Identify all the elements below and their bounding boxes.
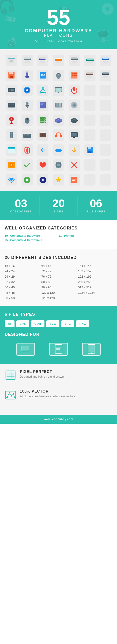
vector-icon (5, 389, 16, 403)
svg-point-91 (11, 118, 13, 120)
svg-rect-3 (10, 61, 13, 62)
svg-point-58 (40, 92, 41, 94)
footer-url: www.iconbunny.com (5, 418, 112, 421)
icon-printer7 (84, 70, 95, 81)
svg-rect-23 (102, 58, 108, 59)
size-value: 96 x 96 (41, 285, 76, 290)
features-section: PIXEL PERFECT Designed and built on a gr… (0, 364, 117, 415)
icon-row-6 (1, 128, 116, 142)
icon-row-9 (1, 172, 116, 188)
svg-rect-69 (9, 104, 10, 105)
svg-point-51 (11, 89, 13, 91)
filetype-badge-ai: AI (5, 320, 15, 327)
svg-line-60 (41, 89, 43, 92)
category-name-1: Computer & Hardware I (10, 234, 41, 238)
svg-rect-48 (102, 72, 108, 74)
svg-rect-158 (72, 179, 76, 180)
svg-rect-66 (57, 93, 60, 93)
device-laptop (16, 343, 35, 356)
svg-rect-19 (87, 61, 93, 62)
icon-printer1 (6, 55, 17, 66)
header-title: COMPUTER HARDWARE (5, 28, 112, 34)
icon-board (6, 100, 17, 111)
svg-rect-67 (73, 87, 75, 91)
svg-point-7 (29, 59, 30, 60)
svg-rect-126 (25, 137, 29, 137)
pixel-perfect-icon (5, 370, 16, 384)
filetype-badge-eps: EPS (16, 320, 29, 327)
filetype-badge-jpg: JPG (61, 320, 74, 327)
svg-point-149 (57, 164, 60, 166)
svg-rect-132 (60, 135, 62, 138)
categories-col-left: 19 · Computer & Hardware I 25 · Computer… (5, 234, 59, 243)
svg-rect-73 (26, 102, 28, 105)
size-value: 76 x 76 (41, 274, 76, 279)
svg-rect-46 (102, 73, 109, 75)
icon-usb (22, 70, 33, 81)
size-value: 58 x 58 (5, 296, 39, 300)
icon-fan (69, 100, 80, 111)
svg-point-101 (44, 120, 45, 121)
size-value: 64 x 64 (41, 264, 76, 268)
size-value: 144 x 144 (78, 264, 112, 268)
svg-rect-166 (56, 348, 60, 349)
stat-categories: 03 CATEGORIES (2, 196, 40, 215)
svg-point-184 (14, 397, 16, 398)
category-name-2: Computer & Hardware II (10, 238, 42, 242)
svg-rect-121 (28, 134, 29, 135)
svg-rect-76 (26, 103, 27, 104)
category-count-2: 25 (5, 238, 8, 242)
svg-rect-6 (24, 58, 30, 59)
sizes-grid: 16 x 1664 x 64144 x 14424 x 2472 x 72152… (5, 264, 112, 300)
svg-rect-123 (26, 136, 27, 136)
feature-vector-title: 100% VECTOR (20, 389, 76, 394)
size-value: 48 x 48 (5, 290, 39, 295)
svg-point-183 (13, 393, 14, 395)
svg-rect-15 (71, 58, 78, 60)
size-value: 1024 x 1024 (78, 290, 112, 295)
categories-title: WELL ORGANIZED CATEGORIES (5, 226, 112, 231)
svg-rect-161 (22, 346, 30, 350)
icon-empty10 (84, 159, 95, 170)
svg-rect-156 (71, 177, 77, 183)
svg-rect-122 (24, 136, 25, 136)
icon-scanner (84, 55, 95, 66)
svg-rect-107 (58, 119, 59, 120)
icon-row-2: JPG (1, 68, 116, 83)
designed-for-title: DESIGNED FOR (5, 332, 112, 337)
icon-printer2 (22, 55, 33, 66)
header-subtitle: FLAT ICONS (5, 34, 112, 38)
svg-point-104 (56, 120, 58, 122)
icon-printer8 (100, 70, 111, 81)
svg-rect-85 (59, 105, 61, 106)
svg-rect-84 (59, 103, 61, 105)
icon-empty12 (84, 174, 95, 186)
icon-empty2 (100, 84, 111, 96)
svg-rect-74 (26, 105, 29, 106)
size-value: 24 x 24 (5, 269, 39, 274)
svg-rect-75 (27, 106, 28, 108)
svg-point-41 (73, 74, 75, 76)
icon-power (69, 84, 80, 96)
svg-rect-139 (8, 147, 15, 148)
svg-rect-79 (41, 102, 44, 103)
svg-rect-13 (56, 61, 61, 63)
size-value: 29 x 29 (5, 274, 39, 279)
svg-text:JPG: JPG (41, 74, 45, 77)
icon-empty5 (84, 114, 95, 126)
device-document (49, 343, 68, 356)
icon-harddrive (37, 130, 48, 141)
svg-point-155 (42, 180, 43, 180)
svg-rect-83 (56, 103, 59, 106)
icon-jpg: JPG (37, 70, 48, 81)
icon-empty13 (100, 174, 111, 186)
svg-rect-114 (11, 133, 13, 134)
stat-sizes-label: SIZES (42, 210, 75, 213)
icon-row-3 (1, 83, 116, 98)
icon-floppy (6, 70, 17, 81)
svg-rect-167 (56, 349, 60, 350)
svg-rect-119 (26, 134, 27, 135)
icon-check (22, 159, 33, 170)
svg-point-102 (44, 122, 45, 123)
svg-rect-120 (27, 134, 28, 135)
